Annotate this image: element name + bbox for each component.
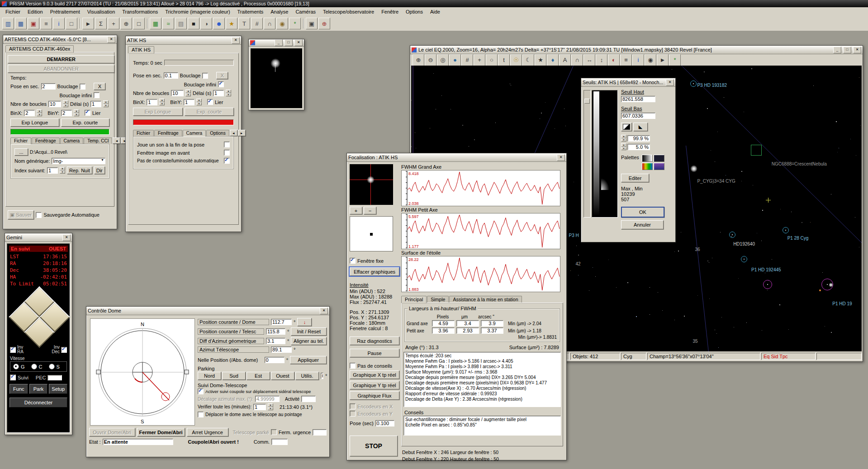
encodeurs-en-y-checkbox[interactable] bbox=[350, 411, 356, 417]
focus-titlebar[interactable]: Focalisation : ATIK HS ✕ bbox=[347, 153, 566, 162]
app-titlebar[interactable]: PRiSM Version 9.0.3 build 2717 27/07/201… bbox=[0, 0, 868, 7]
grid-button[interactable]: # bbox=[251, 18, 263, 29]
delai-spinner[interactable]: ▲▼ bbox=[226, 90, 231, 96]
sky-object-label[interactable]: 36 bbox=[695, 247, 700, 252]
suivi-checkbox[interactable] bbox=[10, 374, 16, 380]
tab-fichier[interactable]: Fichier bbox=[133, 130, 154, 136]
fenetre-avant-checkbox[interactable] bbox=[224, 150, 230, 156]
speed-option-g[interactable]: G bbox=[13, 364, 25, 370]
sauver-button[interactable]: ▣Sauver bbox=[8, 210, 34, 219]
sky-zoom-in-button[interactable]: ⊕ bbox=[413, 54, 424, 66]
bouclage-checkbox[interactable] bbox=[202, 73, 208, 79]
object-ring-marker[interactable] bbox=[741, 256, 747, 262]
fenetre-fixe-checkbox[interactable] bbox=[350, 258, 356, 264]
index-suivant-input[interactable]: 1 bbox=[47, 167, 58, 174]
image-button[interactable]: ▤ bbox=[175, 18, 187, 29]
sud-park-button[interactable]: Sud bbox=[222, 372, 246, 380]
sky-print-button[interactable]: ≡ bbox=[620, 54, 632, 66]
abort-button[interactable]: ABANDONNER bbox=[8, 65, 114, 73]
sky-close-button[interactable]: ✕ bbox=[853, 47, 861, 53]
pas-conseils-checkbox[interactable] bbox=[350, 363, 356, 369]
sky-horizon-button[interactable]: ∩ bbox=[571, 54, 583, 66]
cursor-button[interactable]: ► bbox=[82, 18, 94, 29]
telescope-parked-checkbox[interactable] bbox=[271, 429, 277, 435]
atik-tab[interactable]: ATIK HS bbox=[128, 46, 154, 53]
speed-option-c[interactable]: C bbox=[31, 364, 43, 370]
artemis-close-button[interactable]: ✕ bbox=[107, 36, 115, 43]
focus-star-image[interactable] bbox=[350, 164, 393, 205]
tab-temp-cci[interactable]: Temp. CCI bbox=[84, 137, 112, 144]
atik-close-button[interactable]: ✕ bbox=[232, 37, 240, 44]
tab-camera[interactable]: Camera bbox=[60, 137, 84, 144]
preview-close-button[interactable]: ✕ bbox=[294, 39, 303, 46]
seuil-bas-label[interactable]: Seuil Bas bbox=[621, 106, 672, 111]
astrometry-button[interactable]: + bbox=[108, 18, 119, 29]
sky-object-label[interactable]: 35 bbox=[693, 339, 698, 344]
pose-input[interactable]: 0.1 bbox=[164, 72, 178, 79]
sky-time-button[interactable]: t bbox=[498, 54, 510, 66]
sauvegarde-auto-checkbox[interactable] bbox=[36, 212, 42, 218]
lier-checkbox[interactable] bbox=[85, 110, 90, 116]
inv-dec-checkbox[interactable] bbox=[61, 347, 67, 353]
menu-item-telescope-observatoire[interactable]: Telescope/observatoire bbox=[319, 8, 378, 15]
sky-center-button[interactable]: ◉ bbox=[645, 54, 656, 66]
centroid-button[interactable]: ⊕ bbox=[120, 18, 132, 29]
emergency-stop-button[interactable]: Arret Urgence bbox=[187, 428, 228, 436]
open-dome-button[interactable]: Ouvrir Dome/Abri bbox=[89, 428, 135, 436]
photometry-button[interactable]: Σ bbox=[95, 18, 107, 29]
sky-sun-button[interactable]: ☉ bbox=[510, 54, 522, 66]
verifier-spinner[interactable]: ▲▼ bbox=[268, 403, 273, 410]
tab-scroll-right-button[interactable]: ► bbox=[238, 130, 246, 136]
focus-close-button[interactable]: ✕ bbox=[557, 154, 565, 161]
pause-button[interactable]: Pause bbox=[350, 349, 399, 357]
sky-moon-button[interactable]: ☾ bbox=[522, 54, 534, 66]
biny-input[interactable]: 2 bbox=[61, 110, 72, 116]
speed-radio-c[interactable] bbox=[31, 364, 37, 370]
preview-minimize-button[interactable]: _ bbox=[275, 39, 283, 46]
manual-threshold-button[interactable]: ◣ bbox=[633, 123, 648, 131]
pct-low-value[interactable]: 5.0 % bbox=[627, 144, 650, 150]
auto-threshold-button[interactable] bbox=[621, 123, 632, 131]
preview-image[interactable] bbox=[251, 48, 302, 108]
new-position-input[interactable]: 0 bbox=[265, 357, 285, 363]
exp-longue-button[interactable]: Exp Longue bbox=[133, 108, 183, 116]
biny-spinner[interactable]: ▲▼ bbox=[74, 109, 79, 116]
inv-ra-checkbox[interactable] bbox=[10, 347, 16, 353]
nom-generique-select[interactable]: Img-▼ bbox=[52, 158, 105, 164]
binx-input[interactable]: 1 bbox=[147, 99, 157, 105]
open-file-button[interactable]: ▥ bbox=[2, 18, 14, 29]
sky-object-label[interactable]: P1 HD 19 bbox=[832, 301, 852, 306]
dome-close-button[interactable]: ✕ bbox=[320, 308, 328, 314]
seuils-titlebar[interactable]: Seuils: ATIK HS | 658x492 - Monoch... ✕ bbox=[581, 78, 675, 87]
nbre-boucles-input[interactable]: 10 bbox=[48, 101, 61, 107]
tab-assistance[interactable]: Assistance à la mise en station bbox=[449, 296, 522, 303]
sky-settings-button[interactable]: * bbox=[669, 54, 681, 66]
nbre-boucles-spinner[interactable]: ▲▼ bbox=[63, 100, 68, 107]
park-azimuth-input[interactable]: 0 bbox=[321, 373, 323, 379]
func-button[interactable]: Func bbox=[9, 384, 28, 394]
index-spinner[interactable]: ▲▼ bbox=[60, 167, 65, 174]
apply-button[interactable]: Appliquer bbox=[290, 356, 327, 364]
binx-input[interactable]: 2 bbox=[24, 110, 35, 116]
palette-violet-button[interactable] bbox=[654, 163, 664, 170]
delai-input[interactable]: 1 bbox=[213, 90, 224, 96]
stop-exposure-button[interactable]: X bbox=[216, 72, 228, 79]
verifier-input[interactable]: 1 bbox=[253, 404, 266, 410]
menu-item-aide[interactable]: Aide bbox=[427, 8, 444, 15]
graphique-y-tp-reel-button[interactable]: Graphique Y tp réel bbox=[350, 381, 399, 389]
stop-button[interactable]: STOP bbox=[350, 436, 398, 456]
pose-sec-input[interactable]: 0.100 bbox=[375, 420, 394, 426]
exp-courte-button[interactable]: Exp. courte bbox=[61, 118, 110, 127]
menu-item-analyse[interactable]: Analyse bbox=[267, 8, 292, 15]
seuil-bas-value[interactable]: 607.0336 bbox=[621, 113, 655, 119]
pct-high-spinner[interactable]: ▲▼ bbox=[621, 135, 626, 142]
menu-item-transformations[interactable]: Transformations bbox=[119, 8, 161, 15]
speed-option-s[interactable]: S bbox=[49, 364, 60, 370]
save-file-button[interactable]: ▦ bbox=[15, 18, 27, 29]
artemis-tab[interactable]: ARTEMIS CCD ATIK-460ex bbox=[5, 45, 74, 52]
init-reset-button[interactable]: Init / Reset bbox=[291, 327, 327, 336]
tab-fenetrage[interactable]: Fenêtrage bbox=[32, 137, 60, 144]
pct-low-spinner[interactable]: ▲▼ bbox=[621, 143, 626, 150]
seuil-haut-value[interactable]: 8261.558 bbox=[621, 96, 655, 102]
atik-titlebar[interactable]: ATIK HS ✕ bbox=[126, 36, 241, 45]
